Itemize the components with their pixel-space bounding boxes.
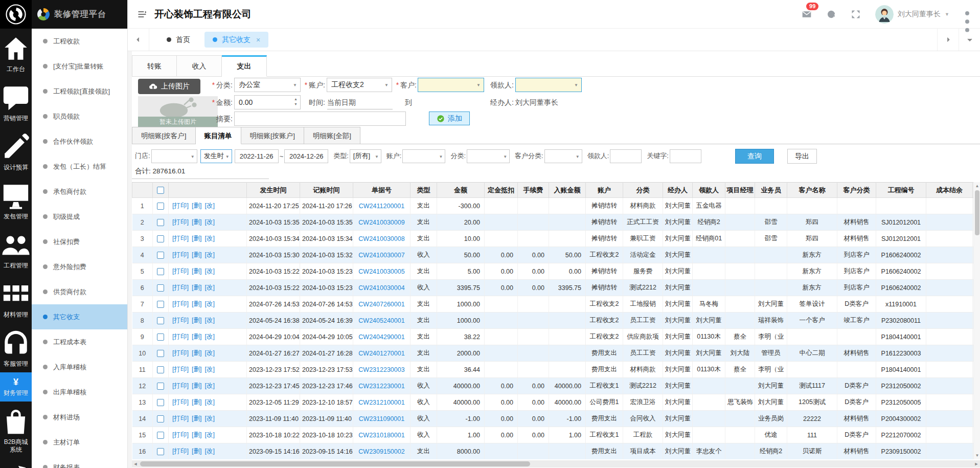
doc-no-link[interactable]: CW2312100001 <box>358 399 404 406</box>
category-filter-select[interactable]: ▼ <box>467 149 510 163</box>
doc-no-link[interactable]: CW2310180001 <box>358 432 404 439</box>
row-checkbox[interactable] <box>157 366 164 373</box>
subtab-明细账[按账户][interactable]: 明细账[按账户] <box>241 127 305 144</box>
row-checkbox[interactable] <box>157 399 164 406</box>
keyword-input[interactable] <box>670 149 701 163</box>
rail-item-客服管理[interactable]: 客服管理 <box>0 323 32 372</box>
submenu-item-其它收支[interactable]: 其它收支 <box>32 304 127 329</box>
doc-no-link[interactable]: CW2410030008 <box>358 235 404 242</box>
submenu-item-[支付宝]批量转账[interactable]: [支付宝]批量转账 <box>32 54 127 79</box>
more-options-icon[interactable] <box>964 10 971 19</box>
edit-link[interactable]: [改] <box>204 431 214 438</box>
payee-select[interactable]: ▼ <box>515 78 582 92</box>
customer-select[interactable]: ▼ <box>418 78 484 92</box>
form-tab-收入[interactable]: 收入 <box>177 55 222 77</box>
doc-no-link[interactable]: CW2411200001 <box>359 203 404 210</box>
edit-link[interactable]: [改] <box>204 382 214 389</box>
print-link[interactable]: [打印] <box>172 251 189 258</box>
delete-link[interactable]: [删] <box>192 366 201 373</box>
rail-item-工作台[interactable]: 工作台 <box>0 29 32 78</box>
customer-category-select[interactable]: ▼ <box>544 149 582 163</box>
doc-no-link[interactable]: CW2407260001 <box>358 301 404 308</box>
print-link[interactable]: [打印] <box>172 382 189 389</box>
row-checkbox[interactable] <box>157 284 164 292</box>
delete-link[interactable]: [删] <box>192 415 201 422</box>
tabs-menu-icon[interactable] <box>959 29 980 51</box>
doc-no-link[interactable]: CW2410030004 <box>358 284 404 292</box>
print-link[interactable]: [打印] <box>172 431 189 438</box>
doc-no-link[interactable]: CW2410030007 <box>358 252 404 259</box>
horizontal-scroll-thumb[interactable] <box>140 461 530 466</box>
vertical-scrollbar[interactable]: ▲ ▼ <box>973 182 980 459</box>
edit-link[interactable]: [改] <box>204 218 214 226</box>
rail-item-营销管理[interactable]: 营销管理 <box>0 78 32 127</box>
refresh-icon[interactable] <box>826 9 836 19</box>
store-select[interactable]: ▼ <box>151 149 197 163</box>
add-button[interactable]: 添加 <box>429 112 470 125</box>
rail-item-发包管理[interactable]: 发包管理 <box>0 176 32 225</box>
submenu-item-财务报表[interactable]: 财务报表 <box>32 455 127 468</box>
form-tab-支出[interactable]: 支出 <box>222 55 267 77</box>
submenu-item-职员领款[interactable]: 职员领款 <box>32 104 127 129</box>
row-checkbox[interactable] <box>157 252 164 259</box>
edit-link[interactable]: [改] <box>204 448 214 455</box>
rail-item-工程管理[interactable]: 工程管理 <box>0 225 32 274</box>
submenu-item-出库单稽核[interactable]: 出库单稽核 <box>32 380 127 405</box>
export-button[interactable]: 导出 <box>787 149 817 164</box>
rail-item-设计预算[interactable]: 设计预算 <box>0 127 32 176</box>
print-link[interactable]: [打印] <box>172 398 189 406</box>
row-checkbox[interactable] <box>157 317 164 324</box>
select-all-checkbox[interactable] <box>157 187 164 194</box>
print-link[interactable]: [打印] <box>172 300 189 307</box>
row-checkbox[interactable] <box>157 448 164 455</box>
submenu-item-主材订单[interactable]: 主材订单 <box>32 430 127 455</box>
scroll-right-arrow-icon[interactable]: ► <box>973 460 980 467</box>
horizontal-scrollbar[interactable]: ◄ ► <box>132 460 980 467</box>
doc-no-link[interactable]: CW2410030009 <box>358 219 404 226</box>
submenu-item-供货商付款[interactable]: 供货商付款 <box>32 279 127 304</box>
type-select[interactable]: [所有]▼ <box>350 149 381 163</box>
delete-link[interactable]: [删] <box>192 382 201 389</box>
search-button[interactable]: 查询 <box>735 149 774 164</box>
edit-link[interactable]: [改] <box>204 398 214 406</box>
doc-no-link[interactable]: CW2404290001 <box>358 333 404 341</box>
submenu-item-工程领款[直接领款][interactable]: 工程领款[直接领款] <box>32 79 127 104</box>
print-link[interactable]: [打印] <box>172 333 189 340</box>
submenu-item-社保扣费[interactable]: 社保扣费 <box>32 229 127 254</box>
page-tab-其它收支[interactable]: 其它收支× <box>204 32 268 48</box>
rail-item-统计分析[interactable]: 统计分析 <box>0 458 32 468</box>
edit-link[interactable]: [改] <box>204 251 214 258</box>
row-checkbox[interactable] <box>157 268 164 275</box>
doc-no-link[interactable]: CW2405240001 <box>358 317 404 324</box>
row-checkbox[interactable] <box>157 235 164 242</box>
submenu-item-意外险扣费[interactable]: 意外险扣费 <box>32 254 127 279</box>
delete-link[interactable]: [删] <box>192 300 201 307</box>
fullscreen-icon[interactable] <box>851 9 861 19</box>
account-filter-select[interactable]: ▼ <box>402 149 445 163</box>
edit-link[interactable]: [改] <box>204 333 214 340</box>
scroll-left-arrow-icon[interactable]: ◄ <box>132 460 139 467</box>
rail-item-B2B商城系统[interactable]: B2B商城系统 <box>0 402 32 458</box>
submenu-item-入库单稽核[interactable]: 入库单稽核 <box>32 354 127 380</box>
time-value[interactable]: 当前日期 <box>327 95 393 109</box>
delete-link[interactable]: [删] <box>192 251 201 258</box>
row-checkbox[interactable] <box>157 219 164 226</box>
delete-link[interactable]: [删] <box>192 218 201 226</box>
page-tab-首页[interactable]: 首页 <box>158 32 198 48</box>
print-link[interactable]: [打印] <box>172 284 189 291</box>
edit-link[interactable]: [改] <box>204 317 214 324</box>
account-select[interactable]: 工程收支2▼ <box>327 78 392 92</box>
print-link[interactable]: [打印] <box>172 349 189 356</box>
row-checkbox[interactable] <box>157 383 164 390</box>
edit-link[interactable]: [改] <box>204 202 214 209</box>
submenu-item-承包商付款[interactable]: 承包商付款 <box>32 179 127 204</box>
edit-link[interactable]: [改] <box>204 235 214 242</box>
doc-no-link[interactable]: CW2312230003 <box>358 366 404 373</box>
row-checkbox[interactable] <box>157 350 164 357</box>
submenu-item-材料进场[interactable]: 材料进场 <box>32 405 127 430</box>
tabs-scroll-right-icon[interactable] <box>937 29 959 51</box>
row-checkbox[interactable] <box>157 415 164 422</box>
delete-link[interactable]: [删] <box>192 431 201 438</box>
summary-input[interactable] <box>234 112 406 126</box>
subtab-账目清单[interactable]: 账目清单 <box>196 127 241 144</box>
